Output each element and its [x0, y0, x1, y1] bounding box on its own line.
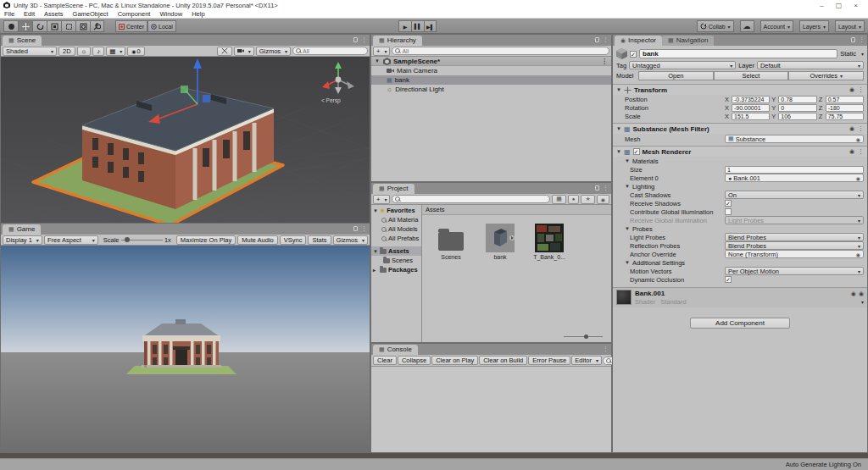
project-create-dropdown[interactable]: +▾ — [373, 195, 390, 204]
hierarchy-search[interactable] — [392, 47, 609, 55]
tree-assets[interactable]: ▼Assets — [371, 246, 421, 256]
editor-dropdown[interactable]: Editor▾ — [571, 356, 602, 365]
probes-foldout[interactable]: ▼Probes — [613, 224, 867, 233]
lock-icon[interactable] — [851, 37, 855, 42]
tab-inspector[interactable]: ◉Inspector — [615, 36, 662, 46]
hierarchy-search-input[interactable] — [402, 48, 606, 54]
scale-tool-button[interactable] — [47, 20, 61, 32]
hierarchy-item-directional-light[interactable]: ☼ Directional Light — [371, 85, 611, 94]
menu-window[interactable]: Window — [159, 10, 182, 18]
fold-open-icon[interactable]: ▼ — [616, 149, 621, 154]
draw-mode-dropdown[interactable]: Shaded▾ — [3, 47, 57, 56]
mute-audio-toggle[interactable]: Mute Audio — [237, 235, 278, 245]
scale-z-field[interactable]: 75.75 — [826, 113, 864, 120]
panel-menu-icon[interactable]: ⋮ — [361, 225, 367, 232]
dynamic-occlusion-checkbox[interactable]: ✓ — [725, 276, 732, 283]
tree-all-materials[interactable]: All Materia — [371, 215, 421, 224]
clear-button[interactable]: Clear — [373, 356, 397, 365]
tab-hierarchy[interactable]: ▦Hierarchy — [373, 36, 422, 46]
model-select-button[interactable]: Select — [714, 71, 789, 80]
panel-menu-icon[interactable]: ⋮ — [603, 346, 609, 352]
anchor-override-field[interactable]: None (Transform)◉ — [725, 250, 864, 258]
renderer-enabled-checkbox[interactable]: ✓ — [633, 148, 640, 155]
position-y-field[interactable]: 0.78 — [778, 96, 816, 103]
motion-vectors-dropdown[interactable]: Per Object Motion▾ — [725, 267, 864, 275]
component-menu-icon[interactable]: ⋮ — [858, 125, 864, 132]
layout-dropdown[interactable]: Layout▾ — [835, 20, 865, 32]
gameobject-name-field[interactable]: bank — [639, 49, 837, 58]
tab-console[interactable]: ▦Console — [373, 345, 418, 355]
panel-menu-icon[interactable]: ⋮ — [361, 36, 367, 43]
panel-menu-icon[interactable]: ⋮ — [859, 36, 865, 43]
game-gizmos-dropdown[interactable]: Gizmos▾ — [333, 235, 368, 245]
fold-open-icon[interactable]: ▼ — [373, 208, 378, 213]
aspect-dropdown[interactable]: Free Aspect▾ — [44, 235, 98, 245]
lock-icon[interactable] — [353, 226, 358, 231]
menu-assets[interactable]: Assets — [44, 10, 64, 18]
project-search[interactable] — [392, 195, 550, 203]
mesh-renderer-header[interactable]: ▼ ▦ ✓ Mesh Renderer ◉⋮ — [613, 146, 867, 157]
scale-slider[interactable] — [121, 240, 163, 241]
account-dropdown[interactable]: Account▾ — [760, 20, 793, 32]
pivot-center-button[interactable]: Center — [115, 20, 147, 32]
menu-edit[interactable]: Edit — [24, 10, 35, 18]
hierarchy-item-bank[interactable]: ▦ bank — [371, 75, 611, 85]
tree-all-models[interactable]: All Models — [371, 224, 421, 234]
scene-search[interactable] — [292, 47, 368, 55]
fold-open-icon[interactable]: ▼ — [616, 126, 621, 131]
static-label[interactable]: Static — [840, 50, 856, 58]
material-help-icon[interactable]: ◉ — [851, 290, 856, 297]
search-by-type-button[interactable]: ▦ — [552, 195, 566, 204]
model-open-button[interactable]: Open — [638, 71, 714, 80]
clear-on-play-button[interactable]: Clear on Play — [431, 356, 478, 365]
play-button[interactable]: ▶ — [398, 20, 411, 32]
fold-open-icon[interactable]: ▼ — [375, 58, 381, 64]
maximize-button[interactable]: ▢ — [836, 2, 843, 9]
tree-all-prefabs[interactable]: All Prefabs — [371, 234, 421, 243]
panel-menu-icon[interactable]: ⋮ — [603, 185, 609, 191]
2d-toggle-button[interactable]: 2D — [58, 47, 75, 56]
menu-file[interactable]: File — [4, 10, 14, 18]
element0-object-field[interactable]: ●Bank.001◉ — [725, 174, 864, 182]
scene-viewport[interactable]: < Persp — [1, 57, 370, 223]
rotation-y-field[interactable]: 0 — [778, 104, 816, 112]
reflection-probes-dropdown[interactable]: Blend Probes▾ — [725, 241, 864, 250]
panel-menu-icon[interactable]: ⋮ — [603, 36, 609, 43]
error-pause-button[interactable]: Error Pause — [528, 356, 570, 365]
collapse-button[interactable]: Collapse — [398, 356, 431, 365]
tab-navigation[interactable]: ▦Navigation — [662, 36, 714, 46]
tree-packages[interactable]: ▸Packages — [371, 265, 421, 274]
maximize-on-play-toggle[interactable]: Maximize On Play — [176, 235, 236, 245]
game-viewport[interactable] — [1, 246, 370, 452]
pause-button[interactable]: ▌▌ — [411, 20, 424, 32]
component-menu-icon[interactable]: ⋮ — [858, 148, 864, 155]
custom-tool-button[interactable] — [90, 20, 104, 32]
hierarchy-create-dropdown[interactable]: +▾ — [373, 47, 390, 56]
menu-help[interactable]: Help — [192, 10, 204, 18]
display-dropdown[interactable]: Display 1▾ — [3, 235, 42, 245]
rect-tool-button[interactable] — [61, 20, 75, 32]
tab-project[interactable]: ▦Project — [373, 184, 415, 194]
cloud-button[interactable]: ☁ — [740, 20, 754, 32]
rotation-x-field[interactable]: -90.00001 — [732, 104, 770, 112]
asset-scenes-folder[interactable]: Scenes — [432, 224, 470, 342]
mesh-filter-header[interactable]: ▼ ▦ Substance (Mesh Filter) ◉⋮ — [613, 123, 867, 134]
add-component-button[interactable]: Add Component — [690, 318, 790, 329]
auto-generate-lighting-status[interactable]: Auto Generate Lighting On — [786, 461, 861, 468]
menu-component[interactable]: Component — [118, 10, 151, 18]
tab-scene[interactable]: ▦Scene — [3, 36, 42, 46]
lock-icon[interactable] — [353, 37, 358, 42]
static-dropdown-arrow-icon[interactable]: ▾ — [861, 51, 864, 57]
gizmos-dropdown[interactable]: Gizmos▾ — [256, 47, 291, 56]
rotation-z-field[interactable]: -180 — [826, 104, 864, 112]
menu-gameobject[interactable]: GameObject — [73, 10, 108, 18]
light-probes-dropdown[interactable]: Blend Probes▾ — [725, 233, 864, 241]
vsync-toggle[interactable]: VSync — [280, 235, 307, 245]
receive-shadows-checkbox[interactable]: ✓ — [725, 200, 732, 207]
lighting-foldout[interactable]: ▼Lighting — [613, 182, 867, 191]
scale-x-field[interactable]: 151.5 — [732, 113, 770, 120]
hierarchy-item-main-camera[interactable]: Main Camera — [371, 66, 611, 75]
materials-size-field[interactable]: 1 — [725, 166, 864, 174]
asset-bank-texture[interactable]: T_Bank_0... — [531, 224, 568, 342]
hidden-packages-button[interactable]: ◉ — [597, 195, 609, 204]
